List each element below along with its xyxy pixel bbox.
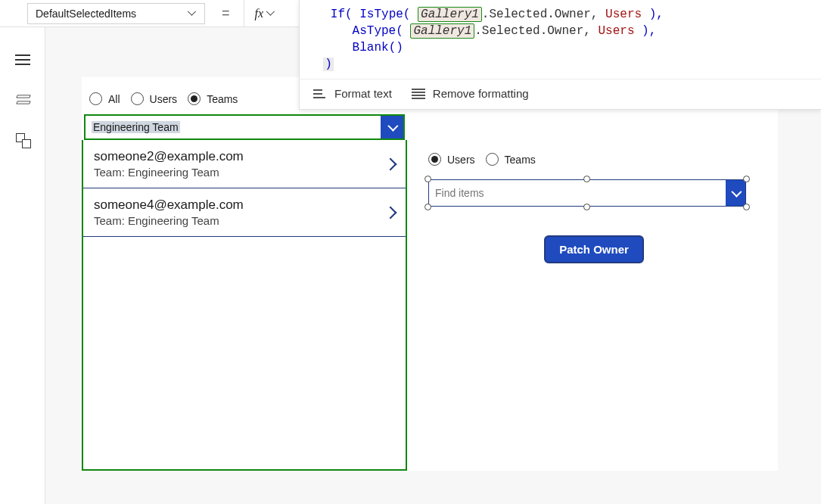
chevron-right-icon	[386, 208, 395, 217]
formula-toolbar: Format text Remove formatting	[300, 79, 821, 109]
patch-owner-button[interactable]: Patch Owner	[544, 235, 644, 263]
property-selector[interactable]: DefaultSelectedItems	[27, 3, 205, 24]
team-combobox-value: Engineering Team	[92, 121, 180, 133]
resize-handle[interactable]	[424, 204, 431, 210]
chevron-right-icon	[386, 160, 395, 169]
fx-region[interactable]: fx	[244, 0, 287, 26]
radio-label: Teams	[207, 93, 238, 105]
radio-icon	[188, 92, 201, 105]
owner-combobox[interactable]	[428, 179, 746, 207]
gallery[interactable]: someone2@example.com Team: Engineering T…	[82, 140, 407, 471]
radio-icon	[131, 92, 144, 105]
format-text-label: Format text	[334, 87, 392, 100]
right-radio-group: Users Teams	[428, 153, 536, 169]
radio-users[interactable]: Users	[131, 92, 178, 105]
gallery-item-title: someone4@example.com	[94, 198, 244, 213]
left-panel: All Users Teams Engineering Team someone…	[82, 77, 407, 471]
gallery-item-subtitle: Team: Engineering Team	[94, 214, 244, 227]
radio-users[interactable]: Users	[428, 153, 475, 166]
radio-icon	[428, 153, 441, 166]
gallery-item[interactable]: someone4@example.com Team: Engineering T…	[83, 188, 406, 237]
right-panel: Users Teams Patch Owner	[407, 138, 778, 471]
format-text-button[interactable]: Format text	[313, 87, 392, 100]
equals-label: =	[216, 5, 236, 21]
radio-all[interactable]: All	[89, 92, 120, 105]
tree-view-icon[interactable]	[15, 94, 30, 106]
remove-formatting-label: Remove formatting	[433, 87, 529, 100]
chevron-down-icon[interactable]	[381, 116, 403, 138]
team-combobox[interactable]: Engineering Team	[84, 114, 405, 140]
chevron-down-icon	[266, 11, 275, 17]
left-rail	[0, 27, 45, 504]
gallery-item[interactable]: someone2@example.com Team: Engineering T…	[83, 140, 406, 188]
fx-icon: fx	[255, 7, 264, 20]
gallery-item-subtitle: Team: Engineering Team	[94, 166, 244, 179]
radio-teams[interactable]: Teams	[486, 153, 536, 166]
resize-handle[interactable]	[583, 176, 590, 182]
chevron-down-icon[interactable]	[726, 180, 745, 206]
radio-icon	[486, 153, 499, 166]
radio-label: Users	[150, 93, 178, 105]
resize-handle[interactable]	[743, 204, 750, 210]
resize-handle[interactable]	[583, 204, 590, 210]
radio-icon	[89, 92, 102, 105]
resize-handle[interactable]	[743, 176, 750, 182]
formula-editor[interactable]: If( IsType( Gallery1.Selected.Owner, Use…	[300, 0, 821, 79]
radio-teams[interactable]: Teams	[188, 92, 238, 105]
format-text-icon	[313, 88, 327, 100]
resize-handle[interactable]	[424, 176, 431, 182]
formula-bar: If( IsType( Gallery1.Selected.Owner, Use…	[299, 0, 821, 110]
radio-label: All	[108, 93, 120, 105]
radio-label: Teams	[505, 154, 536, 166]
components-icon[interactable]	[16, 133, 30, 147]
chevron-down-icon	[188, 11, 197, 17]
radio-label: Users	[447, 154, 475, 166]
remove-formatting-icon	[412, 88, 425, 100]
property-selector-value: DefaultSelectedItems	[36, 8, 136, 20]
remove-formatting-button[interactable]: Remove formatting	[412, 87, 529, 100]
owner-search-input[interactable]	[429, 187, 726, 199]
hamburger-icon[interactable]	[15, 54, 30, 67]
gallery-item-title: someone2@example.com	[94, 149, 244, 164]
app-screen: All Users Teams Engineering Team someone…	[82, 77, 778, 471]
